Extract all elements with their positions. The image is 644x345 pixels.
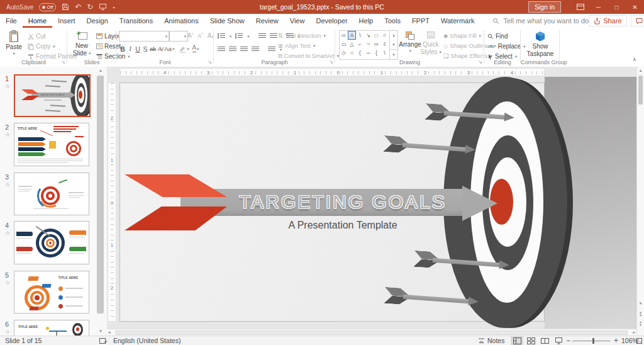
- shape-fill-button[interactable]: ◆ Shape Fill ▾: [443, 31, 481, 40]
- share-button[interactable]: Share: [589, 15, 626, 26]
- decrease-indent-icon[interactable]: [258, 33, 266, 39]
- highlight-pen-icon[interactable]: [179, 45, 186, 53]
- animation-star-icon[interactable]: ☆: [5, 280, 10, 286]
- align-center-icon[interactable]: [229, 47, 236, 52]
- shape-arc-icon[interactable]: (: [356, 48, 364, 57]
- clipboard-dialog-launcher-icon[interactable]: ↘: [61, 59, 65, 65]
- animation-star-icon[interactable]: ☆: [5, 83, 10, 89]
- shape-down-arrow-icon[interactable]: ⇩: [380, 40, 389, 48]
- copy-button[interactable]: Copy ▾: [28, 42, 55, 51]
- tab-help[interactable]: Help: [353, 14, 379, 28]
- shape-line-icon[interactable]: \: [356, 31, 364, 40]
- shrink-font-button[interactable]: A˅: [197, 32, 204, 39]
- shape-arrow-line-icon[interactable]: ↘: [364, 31, 372, 40]
- find-button[interactable]: Find: [487, 31, 508, 41]
- paragraph-dialog-launcher-icon[interactable]: ↘: [329, 59, 333, 65]
- scroll-up-icon[interactable]: ▴: [637, 67, 644, 74]
- animation-star-icon[interactable]: ☆: [5, 132, 10, 138]
- animation-star-icon[interactable]: ☆: [5, 230, 10, 236]
- minimize-button[interactable]: ─: [589, 0, 608, 14]
- undo-icon[interactable]: ↶: [75, 3, 81, 11]
- scroll-down-icon[interactable]: ▾: [637, 301, 644, 306]
- shapes-gallery[interactable]: ⇨ A \ ↘ □ ○ ▭ △ ⌐ ¬ ⇨ ⇩ ◇ ☆ ( ∼ {: [339, 30, 398, 60]
- drawing-dialog-launcher-icon[interactable]: ↘: [478, 59, 482, 65]
- grow-font-button[interactable]: A˄: [187, 32, 194, 39]
- vertical-ruler[interactable]: 2 1 0 1 2: [108, 82, 116, 322]
- horizontal-scrollbar-thumb[interactable]: [116, 331, 628, 335]
- slide-thumbnail-3[interactable]: [14, 172, 89, 215]
- sign-in-button[interactable]: Sign in: [528, 1, 561, 13]
- save-icon[interactable]: [62, 3, 69, 11]
- increase-indent-icon[interactable]: [270, 33, 277, 39]
- start-slideshow-icon[interactable]: [99, 3, 107, 11]
- underline-button[interactable]: U: [134, 45, 142, 54]
- shapes-scroll-down-icon[interactable]: ▾: [390, 40, 397, 50]
- character-spacing-button[interactable]: AV: [157, 45, 164, 54]
- scroll-left-icon[interactable]: ◂: [108, 330, 111, 335]
- zoom-out-button[interactable]: −: [566, 336, 570, 345]
- columns-icon[interactable]: [268, 47, 275, 52]
- previous-slide-button[interactable]: ▴▴: [637, 311, 644, 316]
- slide-subtitle[interactable]: A Presentation Template: [220, 220, 465, 231]
- slide-sorter-view-button[interactable]: [525, 336, 537, 345]
- quick-styles-button[interactable]: Quick Styles▾: [421, 31, 441, 55]
- slide-thumbnail-2[interactable]: TITLE HERE: [14, 123, 89, 166]
- panel-scrollbar-thumb[interactable]: [97, 76, 104, 314]
- font-name-combo[interactable]: ▾: [119, 31, 169, 42]
- new-slide-button[interactable]: New Slide▾: [70, 30, 94, 57]
- tab-animations[interactable]: Animations: [158, 14, 204, 28]
- slide-thumbnail-1[interactable]: TARGETING GOALS: [14, 74, 91, 117]
- fit-slide-button[interactable]: [636, 336, 643, 345]
- tab-developer[interactable]: Developer: [310, 14, 353, 28]
- slide-thumbnail-4[interactable]: [14, 221, 89, 264]
- reading-view-button[interactable]: [538, 336, 551, 345]
- slideshow-view-button[interactable]: [552, 336, 565, 345]
- collapse-ribbon-icon[interactable]: ∧: [633, 57, 636, 62]
- align-left-icon[interactable]: [218, 47, 225, 52]
- shape-scribble-icon[interactable]: \: [380, 48, 389, 57]
- vertical-scrollbar[interactable]: ▴ ▾ ▴▴ ▾▾: [636, 67, 644, 336]
- tab-tools[interactable]: Tools: [379, 14, 406, 28]
- slide-thumbnail-5[interactable]: TITLE HERE: [14, 271, 89, 314]
- shape-textbox-icon[interactable]: A: [348, 31, 356, 40]
- panel-scroll-down-icon[interactable]: ▾: [96, 327, 106, 335]
- quick-access-caret-icon[interactable]: ▾: [113, 5, 114, 9]
- italic-button[interactable]: I: [126, 45, 134, 54]
- font-size-combo[interactable]: ▾: [169, 31, 188, 42]
- tab-design[interactable]: Design: [81, 14, 114, 28]
- align-right-icon[interactable]: [240, 47, 248, 52]
- maximize-button[interactable]: □: [608, 0, 626, 14]
- shape-block-arrow-icon[interactable]: ⇨: [372, 40, 380, 48]
- horizontal-scrollbar[interactable]: ◂ ▸: [107, 329, 636, 336]
- zoom-in-button[interactable]: +: [614, 336, 618, 345]
- bullets-icon[interactable]: [218, 33, 225, 39]
- tab-review[interactable]: Review: [250, 14, 284, 28]
- scroll-right-icon[interactable]: ▸: [633, 330, 635, 335]
- shape-rectangle-icon[interactable]: □: [372, 31, 380, 40]
- paste-button[interactable]: Paste ▾: [4, 30, 24, 56]
- horizontal-ruler[interactable]: 4 3 2 1 0 1 2 3 4: [119, 68, 545, 76]
- animation-star-icon[interactable]: ☆: [5, 181, 10, 188]
- zoom-slider[interactable]: [572, 336, 610, 345]
- tab-home[interactable]: Home: [23, 14, 52, 28]
- shape-elbow2-icon[interactable]: ¬: [364, 40, 372, 48]
- justify-icon[interactable]: [252, 47, 259, 52]
- tab-transitions[interactable]: Transitions: [114, 14, 158, 28]
- shape-oval-icon[interactable]: ○: [380, 31, 389, 40]
- notes-button[interactable]: Notes: [478, 336, 504, 345]
- font-color-icon[interactable]: A: [192, 45, 197, 53]
- panel-scrollbar[interactable]: ▴ ▾: [96, 67, 106, 336]
- spellcheck-icon[interactable]: [99, 336, 107, 345]
- tab-slide-show[interactable]: Slide Show: [204, 14, 250, 28]
- shape-rounded-rect-icon[interactable]: ▭: [340, 40, 348, 48]
- numbering-icon[interactable]: [235, 33, 243, 39]
- shapes-more-icon[interactable]: ▾: [390, 49, 397, 59]
- bold-button[interactable]: B: [119, 45, 126, 54]
- shape-arrow-icon[interactable]: ⇨: [340, 31, 348, 40]
- align-text-button[interactable]: ⊞ Align Text ▾: [278, 41, 315, 50]
- normal-view-button[interactable]: [511, 336, 523, 345]
- tab-insert[interactable]: Insert: [52, 14, 81, 28]
- slide-title[interactable]: TARGETING GOALS: [220, 191, 465, 213]
- shape-freeform-icon[interactable]: ◇: [340, 48, 348, 57]
- vertical-scrollbar-thumb[interactable]: [638, 76, 643, 105]
